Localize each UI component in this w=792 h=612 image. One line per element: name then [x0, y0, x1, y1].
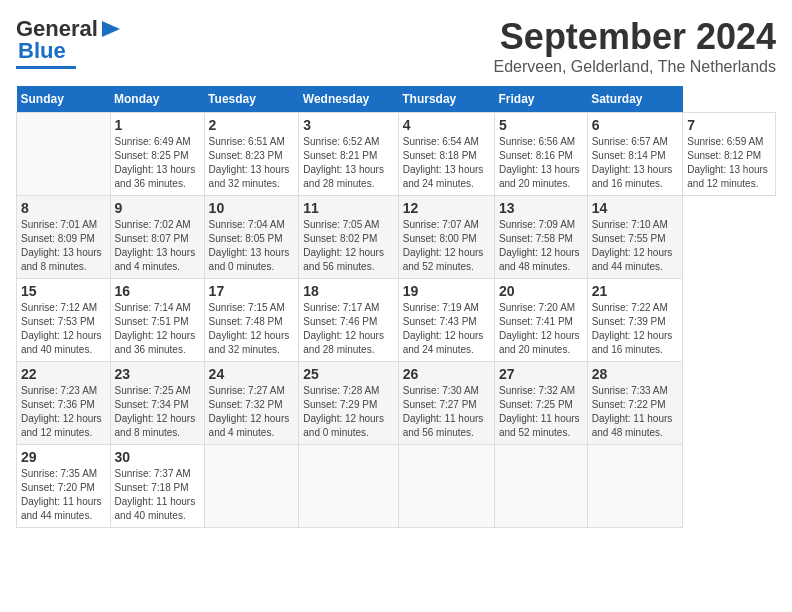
day-info: Sunrise: 7:20 AMSunset: 7:41 PMDaylight:…	[499, 301, 583, 357]
day-info: Sunrise: 7:01 AMSunset: 8:09 PMDaylight:…	[21, 218, 106, 274]
day-number: 12	[403, 200, 490, 216]
calendar-cell	[398, 445, 494, 528]
header-wednesday: Wednesday	[299, 86, 398, 113]
day-number: 11	[303, 200, 393, 216]
logo: General Blue	[16, 16, 122, 69]
day-info: Sunrise: 7:17 AMSunset: 7:46 PMDaylight:…	[303, 301, 393, 357]
month-title: September 2024	[493, 16, 776, 58]
calendar-cell: 1Sunrise: 6:49 AMSunset: 8:25 PMDaylight…	[110, 113, 204, 196]
day-info: Sunrise: 7:35 AMSunset: 7:20 PMDaylight:…	[21, 467, 106, 523]
day-info: Sunrise: 6:57 AMSunset: 8:14 PMDaylight:…	[592, 135, 679, 191]
day-number: 7	[687, 117, 771, 133]
day-info: Sunrise: 7:15 AMSunset: 7:48 PMDaylight:…	[209, 301, 295, 357]
day-number: 16	[115, 283, 200, 299]
calendar-week-row: 1Sunrise: 6:49 AMSunset: 8:25 PMDaylight…	[17, 113, 776, 196]
day-number: 18	[303, 283, 393, 299]
calendar-cell	[204, 445, 299, 528]
calendar-week-row: 29Sunrise: 7:35 AMSunset: 7:20 PMDayligh…	[17, 445, 776, 528]
calendar-cell	[299, 445, 398, 528]
calendar-week-row: 15Sunrise: 7:12 AMSunset: 7:53 PMDayligh…	[17, 279, 776, 362]
calendar-cell: 18Sunrise: 7:17 AMSunset: 7:46 PMDayligh…	[299, 279, 398, 362]
calendar-cell: 25Sunrise: 7:28 AMSunset: 7:29 PMDayligh…	[299, 362, 398, 445]
calendar-cell	[17, 113, 111, 196]
calendar-cell: 11Sunrise: 7:05 AMSunset: 8:02 PMDayligh…	[299, 196, 398, 279]
calendar-cell: 3Sunrise: 6:52 AMSunset: 8:21 PMDaylight…	[299, 113, 398, 196]
day-info: Sunrise: 7:28 AMSunset: 7:29 PMDaylight:…	[303, 384, 393, 440]
calendar-cell: 2Sunrise: 6:51 AMSunset: 8:23 PMDaylight…	[204, 113, 299, 196]
calendar-cell: 20Sunrise: 7:20 AMSunset: 7:41 PMDayligh…	[495, 279, 588, 362]
day-number: 17	[209, 283, 295, 299]
calendar-table: SundayMondayTuesdayWednesdayThursdayFrid…	[16, 86, 776, 528]
day-info: Sunrise: 7:33 AMSunset: 7:22 PMDaylight:…	[592, 384, 679, 440]
day-info: Sunrise: 7:25 AMSunset: 7:34 PMDaylight:…	[115, 384, 200, 440]
calendar-cell: 6Sunrise: 6:57 AMSunset: 8:14 PMDaylight…	[587, 113, 683, 196]
day-info: Sunrise: 7:27 AMSunset: 7:32 PMDaylight:…	[209, 384, 295, 440]
day-info: Sunrise: 7:05 AMSunset: 8:02 PMDaylight:…	[303, 218, 393, 274]
day-info: Sunrise: 6:56 AMSunset: 8:16 PMDaylight:…	[499, 135, 583, 191]
day-number: 22	[21, 366, 106, 382]
logo-blue: Blue	[18, 38, 66, 63]
calendar-cell: 16Sunrise: 7:14 AMSunset: 7:51 PMDayligh…	[110, 279, 204, 362]
calendar-cell: 4Sunrise: 6:54 AMSunset: 8:18 PMDaylight…	[398, 113, 494, 196]
header-sunday: Sunday	[17, 86, 111, 113]
day-number: 5	[499, 117, 583, 133]
day-info: Sunrise: 6:59 AMSunset: 8:12 PMDaylight:…	[687, 135, 771, 191]
calendar-cell: 8Sunrise: 7:01 AMSunset: 8:09 PMDaylight…	[17, 196, 111, 279]
calendar-cell: 29Sunrise: 7:35 AMSunset: 7:20 PMDayligh…	[17, 445, 111, 528]
day-info: Sunrise: 7:32 AMSunset: 7:25 PMDaylight:…	[499, 384, 583, 440]
calendar-cell: 5Sunrise: 6:56 AMSunset: 8:16 PMDaylight…	[495, 113, 588, 196]
calendar-cell: 19Sunrise: 7:19 AMSunset: 7:43 PMDayligh…	[398, 279, 494, 362]
calendar-cell: 10Sunrise: 7:04 AMSunset: 8:05 PMDayligh…	[204, 196, 299, 279]
day-number: 27	[499, 366, 583, 382]
day-info: Sunrise: 6:49 AMSunset: 8:25 PMDaylight:…	[115, 135, 200, 191]
day-info: Sunrise: 7:19 AMSunset: 7:43 PMDaylight:…	[403, 301, 490, 357]
day-number: 30	[115, 449, 200, 465]
calendar-cell: 28Sunrise: 7:33 AMSunset: 7:22 PMDayligh…	[587, 362, 683, 445]
page-header: General Blue September 2024 Ederveen, Ge…	[16, 16, 776, 76]
svg-marker-0	[102, 21, 120, 37]
calendar-cell: 22Sunrise: 7:23 AMSunset: 7:36 PMDayligh…	[17, 362, 111, 445]
calendar-cell	[587, 445, 683, 528]
calendar-cell: 23Sunrise: 7:25 AMSunset: 7:34 PMDayligh…	[110, 362, 204, 445]
day-number: 24	[209, 366, 295, 382]
day-number: 29	[21, 449, 106, 465]
day-number: 4	[403, 117, 490, 133]
day-number: 25	[303, 366, 393, 382]
day-info: Sunrise: 7:02 AMSunset: 8:07 PMDaylight:…	[115, 218, 200, 274]
day-number: 10	[209, 200, 295, 216]
logo-line	[16, 66, 76, 69]
header-thursday: Thursday	[398, 86, 494, 113]
day-info: Sunrise: 7:12 AMSunset: 7:53 PMDaylight:…	[21, 301, 106, 357]
calendar-cell: 24Sunrise: 7:27 AMSunset: 7:32 PMDayligh…	[204, 362, 299, 445]
day-info: Sunrise: 6:54 AMSunset: 8:18 PMDaylight:…	[403, 135, 490, 191]
calendar-cell: 27Sunrise: 7:32 AMSunset: 7:25 PMDayligh…	[495, 362, 588, 445]
calendar-week-row: 22Sunrise: 7:23 AMSunset: 7:36 PMDayligh…	[17, 362, 776, 445]
day-number: 14	[592, 200, 679, 216]
location-subtitle: Ederveen, Gelderland, The Netherlands	[493, 58, 776, 76]
day-info: Sunrise: 7:07 AMSunset: 8:00 PMDaylight:…	[403, 218, 490, 274]
day-number: 19	[403, 283, 490, 299]
day-number: 1	[115, 117, 200, 133]
header-tuesday: Tuesday	[204, 86, 299, 113]
day-number: 23	[115, 366, 200, 382]
day-info: Sunrise: 7:04 AMSunset: 8:05 PMDaylight:…	[209, 218, 295, 274]
calendar-week-row: 8Sunrise: 7:01 AMSunset: 8:09 PMDaylight…	[17, 196, 776, 279]
day-info: Sunrise: 7:09 AMSunset: 7:58 PMDaylight:…	[499, 218, 583, 274]
day-info: Sunrise: 6:52 AMSunset: 8:21 PMDaylight:…	[303, 135, 393, 191]
day-info: Sunrise: 7:23 AMSunset: 7:36 PMDaylight:…	[21, 384, 106, 440]
calendar-cell: 15Sunrise: 7:12 AMSunset: 7:53 PMDayligh…	[17, 279, 111, 362]
calendar-cell	[495, 445, 588, 528]
calendar-header-row: SundayMondayTuesdayWednesdayThursdayFrid…	[17, 86, 776, 113]
day-info: Sunrise: 7:22 AMSunset: 7:39 PMDaylight:…	[592, 301, 679, 357]
title-area: September 2024 Ederveen, Gelderland, The…	[493, 16, 776, 76]
day-number: 15	[21, 283, 106, 299]
day-number: 20	[499, 283, 583, 299]
calendar-cell: 21Sunrise: 7:22 AMSunset: 7:39 PMDayligh…	[587, 279, 683, 362]
calendar-cell: 13Sunrise: 7:09 AMSunset: 7:58 PMDayligh…	[495, 196, 588, 279]
day-info: Sunrise: 7:10 AMSunset: 7:55 PMDaylight:…	[592, 218, 679, 274]
calendar-cell: 7Sunrise: 6:59 AMSunset: 8:12 PMDaylight…	[683, 113, 776, 196]
day-number: 9	[115, 200, 200, 216]
day-number: 28	[592, 366, 679, 382]
calendar-cell: 9Sunrise: 7:02 AMSunset: 8:07 PMDaylight…	[110, 196, 204, 279]
day-info: Sunrise: 7:30 AMSunset: 7:27 PMDaylight:…	[403, 384, 490, 440]
